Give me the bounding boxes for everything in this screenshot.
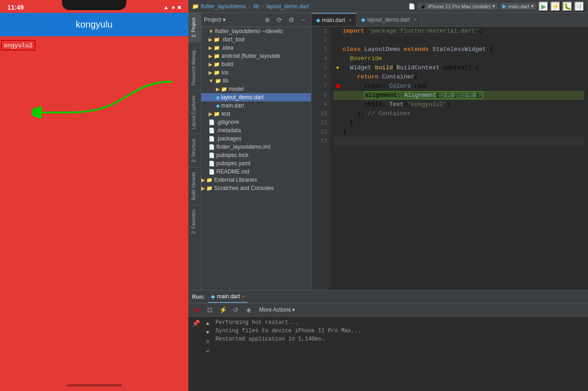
code-line: } xyxy=(334,118,584,128)
bottom-toolbar: ■ ⊡ ⚡ ↺ ◈ More Actions ▾ xyxy=(188,303,588,317)
tree-item[interactable]: ▶📁Scratches and Consoles xyxy=(201,184,311,192)
flutter-icon[interactable]: ◈ xyxy=(243,305,254,315)
sidebar-tab-resource[interactable]: Resource Manag... xyxy=(188,42,201,90)
code-line: color: Colors.red, xyxy=(334,82,584,91)
phone-icon: 📱 xyxy=(420,3,426,9)
run-label: Run: xyxy=(192,294,204,300)
run-file-tab: main.dart xyxy=(217,293,240,300)
tree-item[interactable]: 📄flutter_layoutdemo.iml xyxy=(201,143,311,151)
chevron-down-icon2: ▾ xyxy=(531,3,534,9)
tree-minimize-icon[interactable]: − xyxy=(298,15,308,25)
tree-item[interactable]: ▶📁ios xyxy=(201,68,311,77)
console-scroll-buttons: ▲ ▼ ≡ ↩ xyxy=(204,318,212,389)
console-icon[interactable]: ⊡ xyxy=(205,305,215,315)
tree-sync-icon[interactable]: ⟳ xyxy=(274,15,284,25)
tree-item[interactable]: 📄README.md xyxy=(201,168,311,176)
tree-root[interactable]: ▼flutter_layoutdemo ~/develo xyxy=(201,27,311,35)
editor-tabs: ◆ main.dart × ◆ layout_demo.dart × xyxy=(311,13,588,27)
tab-close-layout[interactable]: × xyxy=(413,17,416,22)
sidebar-tab-layout[interactable]: Layout Captures xyxy=(188,90,201,134)
topbar-file-icon: 📄 xyxy=(408,3,415,10)
tab-label2: layout_demo.dart xyxy=(367,17,410,23)
tree-item[interactable]: ◆layout_demo.dart xyxy=(201,93,311,101)
ide-body: 1: Project Resource Manag... Layout Capt… xyxy=(188,13,588,290)
tab-close-main[interactable]: × xyxy=(349,17,351,23)
console-line: Syncing files to device iPhone 11 Pro Ma… xyxy=(215,327,584,335)
code-line: child: Text('kongyulu2') xyxy=(334,100,584,109)
topbar-project-link[interactable]: flutter_layoutdemo xyxy=(201,3,246,10)
coverage-button[interactable]: ↺ xyxy=(574,1,584,11)
topbar-lib-link[interactable]: lib xyxy=(254,3,259,10)
sidebar-tab-structure[interactable]: 2: Structure xyxy=(188,134,201,167)
tree-item[interactable]: ▶📁test xyxy=(201,110,311,118)
scroll-up-button[interactable]: ▲ xyxy=(204,319,212,328)
tree-item[interactable]: 📄.metadata xyxy=(201,126,311,134)
tree-add-icon[interactable]: ⊕ xyxy=(262,15,272,25)
pin-icon: 📌 xyxy=(192,318,200,389)
code-line: ); // Container xyxy=(334,109,584,118)
run-tab-close[interactable]: × xyxy=(242,294,244,299)
tree-item[interactable]: ▶📁External Libraries xyxy=(201,176,311,184)
console-output: 📌 ▲ ▼ ≡ ↩ Performing hot restart...Synci… xyxy=(188,317,588,391)
code-line xyxy=(334,137,584,146)
device-selector[interactable]: 📱 iPhone 11 Pro Max (mobile) ▾ xyxy=(417,3,498,10)
sidebar-tab-favorites[interactable]: 2: Favorites xyxy=(188,205,201,238)
dart-run-icon2: ◆ xyxy=(211,293,215,300)
hot-restart-button[interactable]: ↺ xyxy=(231,305,241,315)
phone-appbar: kongyulu xyxy=(0,13,188,36)
debug-button[interactable]: 🐛 xyxy=(562,1,572,11)
tree-item[interactable]: 📄pubspec.lock xyxy=(201,151,311,159)
phone-home-indicator xyxy=(67,384,122,386)
tab-label: main.dart xyxy=(322,17,345,23)
tree-item[interactable]: 📄pubspec.yaml xyxy=(201,159,311,168)
breakpoint-icon[interactable] xyxy=(336,84,340,89)
stop-button[interactable]: ■ xyxy=(192,305,202,315)
tab-main-dart[interactable]: ◆ main.dart × xyxy=(311,13,356,26)
tab-layout-demo-dart[interactable]: ◆ layout_demo.dart × xyxy=(356,13,421,26)
phone-status-icons: ▲●■ xyxy=(164,4,181,11)
run-file-name: main.dart xyxy=(508,4,529,9)
bottom-tab-run[interactable]: ◆ main.dart × xyxy=(208,290,247,303)
tree-item[interactable]: 📄.gitignore xyxy=(201,118,311,126)
tree-item[interactable]: ◆main.dart xyxy=(201,101,311,110)
hot-reload-button[interactable]: ⚡ xyxy=(218,305,228,315)
sidebar-tab-project[interactable]: 1: Project xyxy=(188,13,201,42)
scroll-format-button[interactable]: ≡ xyxy=(204,338,212,346)
phone-notch xyxy=(62,0,126,10)
tree-item[interactable]: ▶📁build xyxy=(201,60,311,68)
phone-simulator: 11:49 ▲●■ kongyulu ongyulu2 xyxy=(0,0,188,391)
code-line: alignment: Alignment(-1.0, -1.0), xyxy=(334,91,584,100)
tree-item[interactable]: ▼📁lib xyxy=(201,77,311,85)
tree-item[interactable]: ▶📁android [flutter_layoutde xyxy=(201,52,311,60)
sidebar-tab-build[interactable]: Build Variants xyxy=(188,167,201,205)
code-line: } xyxy=(334,128,584,137)
phone-time: 11:49 xyxy=(7,4,24,11)
tree-item[interactable]: ▶📁.idea xyxy=(201,44,311,52)
tree-item[interactable]: ▶📁.dart_tool xyxy=(201,35,311,44)
ide-panel: 📁 flutter_layoutdemo › lib › layout_demo… xyxy=(188,0,588,391)
dart-icon: ◆ xyxy=(316,17,320,23)
tree-item[interactable]: ▶📁model xyxy=(201,85,311,93)
tree-item[interactable]: 📄.packages xyxy=(201,134,311,143)
file-tree-content: ▼flutter_layoutdemo ~/develo▶📁.dart_tool… xyxy=(201,27,311,192)
scroll-wrap-button[interactable]: ↩ xyxy=(204,347,212,355)
dart-icon2: ◆ xyxy=(361,17,365,23)
code-line: ▶ Widget build(BuildContext context) { xyxy=(334,63,584,73)
code-editor[interactable]: 12345678910111213 import 'package:flutte… xyxy=(311,27,588,290)
more-actions-button[interactable]: More Actions ▾ xyxy=(256,306,298,314)
scroll-down-button[interactable]: ▼ xyxy=(204,329,212,337)
run-button[interactable]: ▶ xyxy=(538,1,548,11)
topbar-file-link[interactable]: layout_demo.dart xyxy=(266,3,309,10)
bottom-panel: Run: ◆ main.dart × ■ ⊡ ⚡ ↺ ◈ More Action… xyxy=(188,290,588,391)
code-line: @override xyxy=(334,54,584,63)
left-sidebar-tabs: 1: Project Resource Manag... Layout Capt… xyxy=(188,13,201,290)
file-tree-toolbar: Project ▾ ⊕ ⟳ ⚙ − xyxy=(201,13,311,27)
project-icon: 📁 xyxy=(192,3,199,10)
tree-settings-icon[interactable]: ⚙ xyxy=(286,15,296,25)
ide-topbar: 📁 flutter_layoutdemo › lib › layout_demo… xyxy=(188,0,588,13)
profile-button[interactable]: ⚡ xyxy=(550,1,560,11)
phone-appbar-title: kongyulu xyxy=(76,19,113,29)
file-tree[interactable]: Project ▾ ⊕ ⟳ ⚙ − ▼flutter_layoutdemo ~/… xyxy=(201,13,311,290)
exec-arrow-icon: ▶ xyxy=(337,63,339,73)
run-file-selector[interactable]: ▶ main.dart ▾ xyxy=(500,3,537,10)
